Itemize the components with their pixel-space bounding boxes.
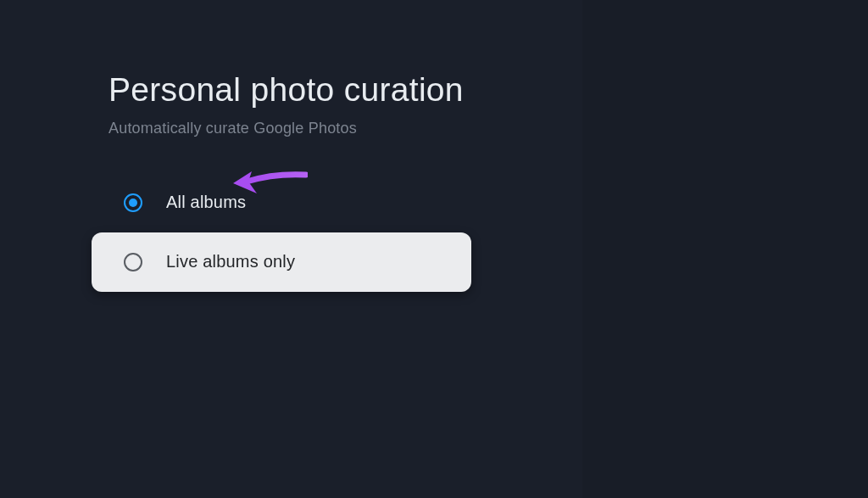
option-all-albums[interactable]: All albums: [92, 173, 471, 232]
page-title: Personal photo curation: [108, 70, 473, 111]
option-label: Live albums only: [166, 252, 295, 271]
radio-unselected-icon: [124, 253, 142, 271]
annotation-arrow-icon: [231, 163, 308, 199]
radio-dot-icon: [129, 199, 137, 207]
radio-selected-icon: [124, 193, 142, 212]
settings-content: Personal photo curation Automatically cu…: [108, 70, 473, 292]
side-panel: [582, 0, 868, 498]
radio-group: All albums Live albums only: [92, 173, 471, 292]
page-subtitle: Automatically curate Google Photos: [108, 120, 473, 137]
option-live-albums-only[interactable]: Live albums only: [92, 232, 471, 292]
